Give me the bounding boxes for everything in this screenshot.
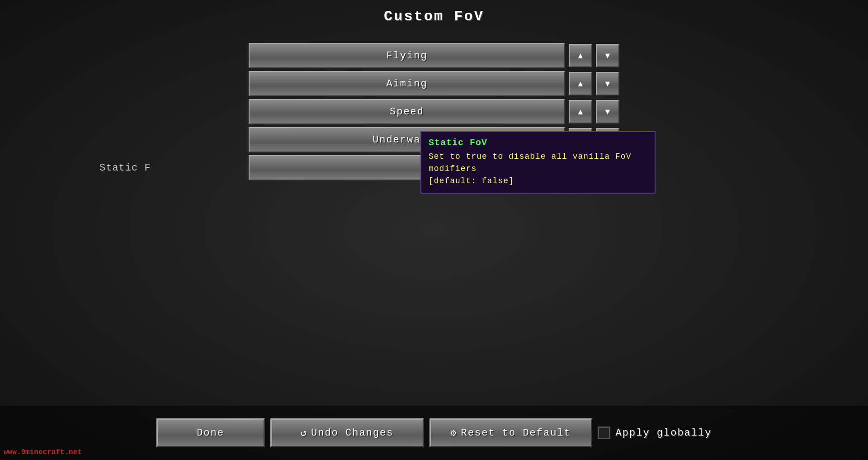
- apply-globally-label: Apply globally: [616, 427, 712, 439]
- tooltip-box: Static FoV Set to true to disable all va…: [420, 131, 656, 194]
- flying-up-button[interactable]: ▲: [569, 44, 592, 67]
- flying-down-button[interactable]: ▼: [596, 44, 619, 67]
- page-title: Custom FoV: [384, 8, 484, 25]
- tooltip-desc-line1: Set to true to disable all vanilla FoV m…: [429, 151, 647, 175]
- aiming-up-button[interactable]: ▲: [569, 72, 592, 95]
- speed-up-button[interactable]: ▲: [569, 100, 592, 123]
- down-arrow-icon: ▼: [604, 51, 612, 61]
- watermark: www.9minecraft.net: [4, 448, 82, 456]
- apply-globally-checkbox[interactable]: [598, 427, 610, 439]
- bottom-bar: Done ↺ Undo Changes ⚙ Reset to Default A…: [0, 406, 868, 460]
- speed-down-button[interactable]: ▼: [596, 100, 619, 123]
- flying-button[interactable]: Flying: [249, 43, 565, 68]
- setting-row-flying: Flying ▲ ▼: [249, 43, 619, 68]
- down-arrow-icon-3: ▼: [604, 107, 612, 117]
- tooltip-desc-line2: [default: false]: [429, 175, 647, 187]
- reset-label: Reset to Default: [461, 427, 571, 439]
- up-arrow-icon: ▲: [576, 51, 585, 61]
- reset-button[interactable]: ⚙ Reset to Default: [429, 418, 592, 447]
- aiming-button[interactable]: Aiming: [249, 71, 565, 96]
- static-fov-label: Static F: [99, 162, 151, 174]
- done-button[interactable]: Done: [156, 418, 265, 447]
- tooltip-title: Static FoV: [429, 138, 647, 148]
- up-arrow-icon-2: ▲: [576, 79, 585, 89]
- down-arrow-icon-2: ▼: [604, 79, 612, 89]
- up-arrow-icon-3: ▲: [576, 107, 585, 117]
- settings-area: Flying ▲ ▼ Aiming ▲ ▼ Speed ▲ ▼: [249, 43, 619, 180]
- undo-label: Undo Changes: [311, 427, 393, 439]
- page-container: Custom FoV Flying ▲ ▼ Aiming ▲ ▼ Speed: [0, 0, 868, 460]
- reset-icon: ⚙: [450, 427, 457, 439]
- setting-row-aiming: Aiming ▲ ▼: [249, 71, 619, 96]
- speed-button[interactable]: Speed: [249, 99, 565, 124]
- apply-globally-area: Apply globally: [598, 427, 712, 439]
- undo-button[interactable]: ↺ Undo Changes: [270, 418, 424, 447]
- aiming-down-button[interactable]: ▼: [596, 72, 619, 95]
- setting-row-speed: Speed ▲ ▼: [249, 99, 619, 124]
- undo-icon: ↺: [301, 427, 307, 439]
